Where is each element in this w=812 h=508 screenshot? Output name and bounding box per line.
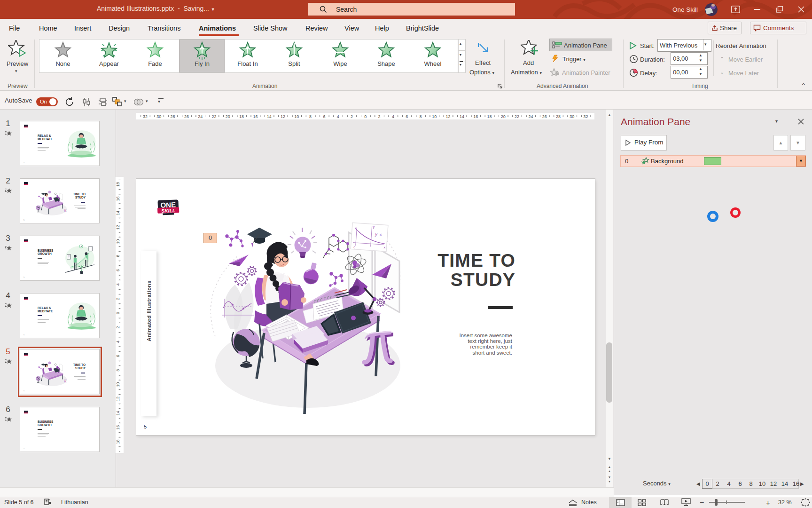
svg-text:8: 8: [309, 114, 312, 119]
svg-text:18: 18: [116, 439, 120, 444]
svg-text:16: 16: [116, 425, 120, 430]
svg-text:2: 2: [351, 114, 353, 119]
svg-text:4: 4: [116, 283, 120, 286]
svg-text:12: 12: [116, 397, 120, 401]
svg-text:6: 6: [323, 114, 325, 119]
svg-text:4: 4: [116, 341, 120, 343]
svg-text:24: 24: [528, 114, 533, 119]
svg-text:26: 26: [542, 114, 547, 119]
svg-text:10: 10: [116, 239, 120, 244]
svg-text:22: 22: [211, 114, 216, 119]
svg-text:6: 6: [116, 269, 120, 271]
svg-text:30: 30: [570, 114, 574, 119]
svg-text:y=c: y=c: [375, 232, 382, 237]
svg-text:10: 10: [294, 114, 299, 119]
svg-text:18: 18: [239, 114, 244, 119]
svg-text:16: 16: [253, 114, 258, 119]
svg-text:0: 0: [364, 114, 367, 119]
svg-text:32: 32: [143, 114, 148, 119]
svg-text:24: 24: [198, 114, 203, 119]
svg-text:6: 6: [406, 114, 408, 119]
svg-text:8: 8: [116, 254, 120, 257]
svg-text:SKILL: SKILL: [161, 207, 176, 214]
svg-text:0: 0: [116, 312, 120, 314]
svg-text:14: 14: [116, 211, 120, 215]
svg-text:20: 20: [501, 114, 506, 119]
svg-text:2: 2: [378, 114, 381, 119]
svg-text:20: 20: [226, 114, 230, 119]
svg-text:6: 6: [116, 355, 120, 357]
svg-text:12: 12: [116, 225, 120, 230]
svg-text:30: 30: [156, 114, 161, 119]
svg-text:22: 22: [515, 114, 519, 119]
svg-text:10: 10: [432, 114, 437, 119]
svg-text:18: 18: [116, 182, 120, 187]
svg-text:28: 28: [171, 114, 175, 119]
svg-text:8: 8: [116, 369, 120, 372]
svg-text:14: 14: [267, 114, 272, 119]
svg-text:10: 10: [116, 382, 120, 387]
svg-text:12: 12: [446, 114, 451, 119]
svg-text:18: 18: [487, 114, 492, 119]
svg-text:14: 14: [460, 114, 464, 119]
svg-text:4: 4: [337, 114, 339, 119]
svg-text:8: 8: [419, 114, 422, 119]
svg-text:4: 4: [392, 114, 394, 119]
svg-text:2: 2: [116, 298, 120, 300]
svg-text:12: 12: [281, 114, 285, 119]
svg-text:2: 2: [116, 326, 120, 328]
svg-text:32: 32: [584, 114, 588, 119]
svg-text:26: 26: [184, 114, 189, 119]
svg-text:14: 14: [116, 411, 120, 415]
svg-text:16: 16: [116, 196, 120, 201]
svg-text:28: 28: [556, 114, 561, 119]
svg-text:16: 16: [473, 114, 478, 119]
